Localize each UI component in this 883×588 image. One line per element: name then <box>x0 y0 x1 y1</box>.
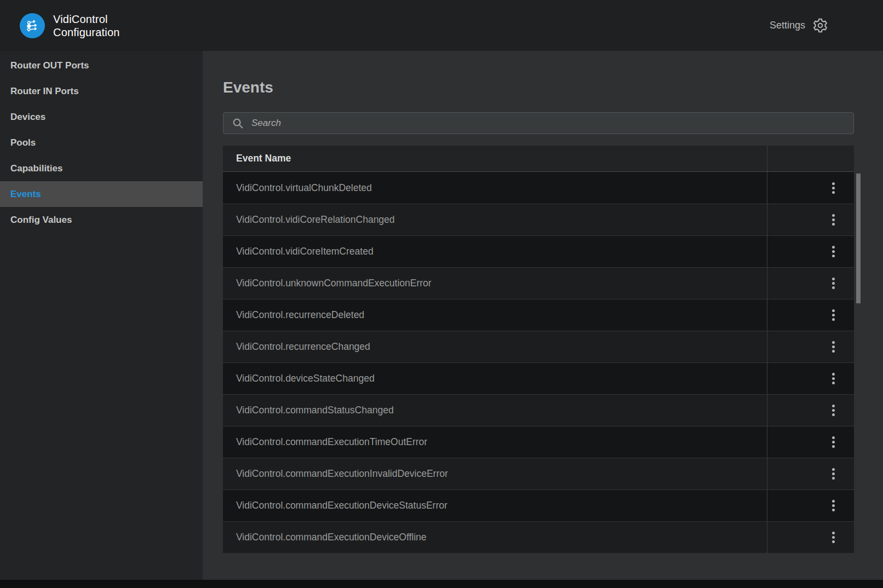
search-box <box>223 112 854 134</box>
table-row: VidiControl.commandStatusChanged <box>223 394 854 426</box>
events-table: Event Name VidiControl.virtualChunkDelet… <box>223 146 854 553</box>
kebab-dot <box>832 214 835 217</box>
table-row: VidiControl.vidiCoreRelationChanged <box>223 204 854 235</box>
sidebar-item-config-values[interactable]: Config Values <box>0 207 203 233</box>
table-row: VidiControl.commandExecutionTimeOutError <box>223 426 854 458</box>
event-name-cell: VidiControl.unknownCommandExecutionError <box>223 268 767 299</box>
app-title-line1: VidiControl <box>53 13 120 26</box>
kebab-dot <box>832 282 835 285</box>
event-name-cell: VidiControl.virtualChunkDeleted <box>223 172 767 204</box>
table-row: VidiControl.unknownCommandExecutionError <box>223 267 854 299</box>
event-name-cell: VidiControl.commandExecutionDeviceOfflin… <box>223 522 767 553</box>
event-name-cell: VidiControl.recurrenceDeleted <box>223 299 767 331</box>
settings-label: Settings <box>770 20 805 31</box>
app-title: VidiControl Configuration <box>53 13 120 39</box>
row-menu-button[interactable] <box>830 466 837 482</box>
table-row: VidiControl.recurrenceChanged <box>223 331 854 362</box>
kebab-dot <box>832 309 835 312</box>
search-input[interactable] <box>251 113 853 134</box>
row-actions-cell <box>767 363 854 394</box>
app-logo-icon <box>20 13 45 38</box>
sidebar-item-router-in-ports[interactable]: Router IN Ports <box>0 78 203 104</box>
kebab-dot <box>832 373 835 376</box>
kebab-dot <box>832 532 835 534</box>
page-title: Events <box>223 78 854 97</box>
app-title-line2: Configuration <box>53 26 120 39</box>
kebab-dot <box>832 409 835 412</box>
row-actions-cell <box>767 236 854 267</box>
sidebar: Router OUT PortsRouter IN PortsDevicesPo… <box>0 51 203 580</box>
row-menu-button[interactable] <box>830 339 837 355</box>
kebab-dot <box>832 345 835 348</box>
table-row: VidiControl.recurrenceDeleted <box>223 299 854 331</box>
top-header-bar: VidiControl Configuration Settings <box>0 0 883 51</box>
row-actions-cell <box>767 204 854 235</box>
bottom-bar <box>0 580 883 588</box>
column-header-event-name: Event Name <box>223 146 767 171</box>
vertical-scrollbar-thumb[interactable] <box>856 174 861 303</box>
kebab-dot <box>832 278 835 280</box>
row-actions-cell <box>767 458 854 489</box>
row-actions-cell <box>767 522 854 553</box>
kebab-dot <box>832 441 835 443</box>
kebab-dot <box>832 509 835 511</box>
kebab-dot <box>832 286 835 289</box>
kebab-dot <box>832 500 835 503</box>
table-row: VidiControl.vidiCoreItemCreated <box>223 235 854 267</box>
row-menu-button[interactable] <box>830 180 837 196</box>
row-menu-button[interactable] <box>830 275 837 291</box>
kebab-dot <box>832 472 835 475</box>
event-name-cell: VidiControl.deviceStateChanged <box>223 363 767 394</box>
row-actions-cell <box>767 172 854 204</box>
kebab-dot <box>832 468 835 471</box>
row-menu-button[interactable] <box>830 434 837 450</box>
settings-button[interactable]: Settings <box>770 18 828 33</box>
row-actions-cell <box>767 268 854 299</box>
kebab-dot <box>832 436 835 439</box>
table-row: VidiControl.commandExecutionDeviceStatus… <box>223 489 854 521</box>
row-menu-button[interactable] <box>830 307 837 323</box>
kebab-dot <box>832 318 835 321</box>
sidebar-item-router-out-ports[interactable]: Router OUT Ports <box>0 53 203 78</box>
table-row: VidiControl.commandExecutionDeviceOfflin… <box>223 521 854 553</box>
event-name-cell: VidiControl.vidiCoreItemCreated <box>223 236 767 267</box>
kebab-dot <box>832 413 835 416</box>
kebab-dot <box>832 540 835 543</box>
kebab-dot <box>832 314 835 316</box>
sidebar-item-events[interactable]: Events <box>0 181 203 207</box>
main-content: Events Event Name VidiControl.virtualChu… <box>203 51 883 580</box>
row-menu-button[interactable] <box>830 498 837 514</box>
table-row: VidiControl.virtualChunkDeleted <box>223 172 854 204</box>
row-menu-button[interactable] <box>830 244 837 260</box>
row-menu-button[interactable] <box>830 402 837 418</box>
kebab-dot <box>832 382 835 384</box>
sidebar-item-devices[interactable]: Devices <box>0 104 203 130</box>
event-name-cell: VidiControl.commandStatusChanged <box>223 395 767 426</box>
table-row: VidiControl.commandExecutionInvalidDevic… <box>223 458 854 489</box>
kebab-dot <box>832 187 835 189</box>
row-actions-cell <box>767 331 854 362</box>
table-row: VidiControl.deviceStateChanged <box>223 362 854 394</box>
sidebar-item-capabilities[interactable]: Capabilities <box>0 155 203 181</box>
kebab-dot <box>832 350 835 353</box>
kebab-dot <box>832 536 835 539</box>
kebab-dot <box>832 250 835 253</box>
event-name-cell: VidiControl.commandExecutionTimeOutError <box>223 426 767 458</box>
row-menu-button[interactable] <box>830 529 837 545</box>
kebab-dot <box>832 377 835 380</box>
event-name-cell: VidiControl.vidiCoreRelationChanged <box>223 204 767 235</box>
sidebar-menu: Router OUT PortsRouter IN PortsDevicesPo… <box>0 53 203 233</box>
kebab-dot <box>832 504 835 507</box>
kebab-dot <box>832 445 835 448</box>
sidebar-item-pools[interactable]: Pools <box>0 130 203 155</box>
kebab-dot <box>832 405 835 407</box>
event-name-cell: VidiControl.commandExecutionDeviceStatus… <box>223 490 767 521</box>
kebab-dot <box>832 246 835 249</box>
row-menu-button[interactable] <box>830 212 837 228</box>
kebab-dot <box>832 255 835 257</box>
row-actions-cell <box>767 490 854 521</box>
row-actions-cell <box>767 395 854 426</box>
row-menu-button[interactable] <box>830 371 837 387</box>
row-actions-cell <box>767 299 854 331</box>
event-name-cell: VidiControl.recurrenceChanged <box>223 331 767 362</box>
